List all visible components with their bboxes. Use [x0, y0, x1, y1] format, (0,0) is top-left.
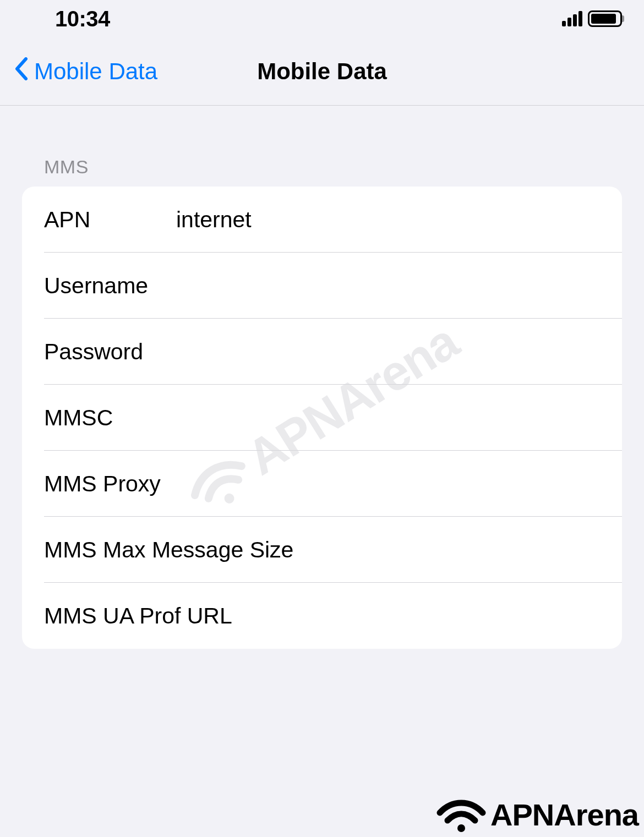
row-label-apn: APN: [44, 207, 176, 233]
input-password[interactable]: [176, 339, 600, 365]
row-label-mms-proxy: MMS Proxy: [44, 471, 319, 497]
battery-icon: [588, 10, 622, 27]
status-indicators: [562, 10, 622, 27]
page-title: Mobile Data: [257, 58, 387, 85]
row-mmsc[interactable]: MMSC: [22, 385, 622, 451]
back-label: Mobile Data: [34, 58, 157, 85]
back-button[interactable]: Mobile Data: [14, 56, 157, 86]
navigation-bar: Mobile Data Mobile Data: [0, 37, 644, 106]
status-time: 10:34: [55, 7, 110, 31]
branding: APNArena: [436, 795, 638, 834]
status-bar: 10:34: [0, 0, 644, 37]
row-mms-max-size[interactable]: MMS Max Message Size: [22, 517, 622, 583]
input-apn[interactable]: [176, 207, 600, 233]
row-label-username: Username: [44, 273, 176, 299]
cellular-signal-icon: [562, 11, 582, 26]
input-mmsc[interactable]: [176, 405, 600, 431]
wifi-icon: [436, 795, 486, 834]
chevron-left-icon: [14, 56, 28, 86]
content-area: MMS APN Username Password MMSC MMS Proxy…: [0, 106, 644, 649]
row-label-mmsc: MMSC: [44, 405, 176, 431]
settings-group-mms: APN Username Password MMSC MMS Proxy MMS…: [22, 187, 622, 649]
row-label-mms-max-size: MMS Max Message Size: [44, 537, 319, 563]
row-mms-ua-prof-url[interactable]: MMS UA Prof URL: [22, 583, 622, 649]
row-password[interactable]: Password: [22, 319, 622, 385]
row-label-password: Password: [44, 339, 176, 365]
input-mms-ua-prof-url[interactable]: [319, 603, 600, 629]
input-username[interactable]: [176, 273, 600, 299]
section-header-mms: MMS: [22, 106, 622, 187]
input-mms-max-size[interactable]: [319, 537, 600, 563]
row-username[interactable]: Username: [22, 253, 622, 319]
input-mms-proxy[interactable]: [319, 471, 600, 497]
row-label-mms-ua-prof-url: MMS UA Prof URL: [44, 603, 319, 629]
branding-text: APNArena: [490, 797, 638, 833]
svg-point-1: [457, 824, 465, 832]
row-apn[interactable]: APN: [22, 187, 622, 253]
row-mms-proxy[interactable]: MMS Proxy: [22, 451, 622, 517]
